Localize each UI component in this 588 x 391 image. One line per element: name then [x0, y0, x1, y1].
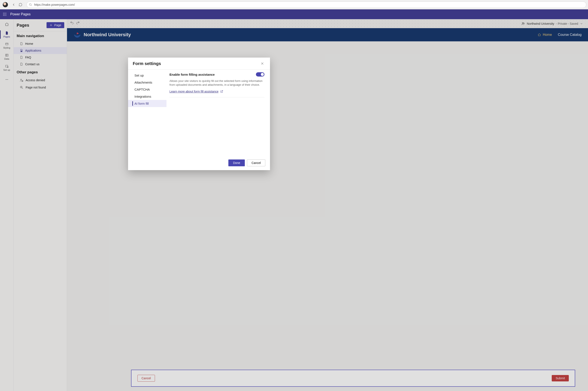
modal-content: Enable form filling assistance Allows yo… — [166, 70, 270, 157]
setting-title: Enable form filling assistance — [169, 73, 215, 76]
modal-nav-integrations[interactable]: Integrations — [128, 93, 166, 100]
svg-point-1 — [3, 13, 4, 13]
svg-point-5 — [4, 14, 5, 15]
done-button[interactable]: Done — [228, 160, 245, 166]
modal-nav-captcha[interactable]: CAPTCHA — [128, 86, 166, 93]
learn-more-link[interactable]: Learn more about form fill assistance — [169, 90, 223, 93]
svg-point-4 — [3, 14, 4, 15]
svg-point-7 — [3, 15, 4, 16]
svg-point-0 — [29, 4, 31, 5]
scrim-overlay — [0, 19, 588, 391]
workspace: Pages Styling Data Set up Pages Page Mai… — [0, 19, 588, 391]
back-button[interactable] — [10, 1, 17, 8]
modal-title: Form settings — [133, 61, 161, 66]
enable-assistance-toggle[interactable] — [256, 72, 265, 77]
app-launcher-icon[interactable] — [2, 12, 7, 16]
refresh-icon — [18, 3, 22, 7]
search-icon — [29, 3, 32, 6]
address-url: https://make.powerpages.com/ — [34, 3, 75, 6]
cancel-button[interactable]: Cancel — [247, 160, 265, 166]
svg-point-3 — [5, 13, 6, 13]
learn-more-label: Learn more about form fill assistance — [169, 90, 219, 93]
svg-point-6 — [5, 14, 6, 15]
modal-nav: Set up Attachments CAPTCHA Integrations … — [128, 70, 166, 157]
modal-close-button[interactable] — [259, 61, 265, 67]
arrow-left-icon — [12, 3, 15, 7]
app-header: Power Pages — [0, 9, 588, 19]
refresh-button[interactable] — [17, 1, 24, 8]
modal-nav-setup[interactable]: Set up — [128, 72, 166, 79]
svg-point-8 — [4, 15, 5, 16]
close-icon — [261, 62, 264, 65]
setting-description: Allows your site visitors to quickly fil… — [169, 79, 265, 87]
svg-point-2 — [4, 13, 5, 13]
modal-nav-ai-form-fill[interactable]: AI form fill — [128, 100, 166, 107]
app-title[interactable]: Power Pages — [10, 12, 30, 16]
modal-header: Form settings — [128, 58, 270, 70]
modal-footer: Done Cancel — [128, 157, 270, 170]
external-link-icon — [220, 90, 223, 93]
profile-avatar[interactable] — [2, 2, 8, 7]
svg-point-9 — [5, 15, 6, 16]
browser-chrome: https://make.powerpages.com/ — [0, 0, 588, 9]
modal-nav-attachments[interactable]: Attachments — [128, 79, 166, 86]
address-bar[interactable]: https://make.powerpages.com/ — [26, 1, 586, 8]
form-settings-modal: Form settings Set up Attachments CAPTCHA… — [128, 58, 270, 170]
